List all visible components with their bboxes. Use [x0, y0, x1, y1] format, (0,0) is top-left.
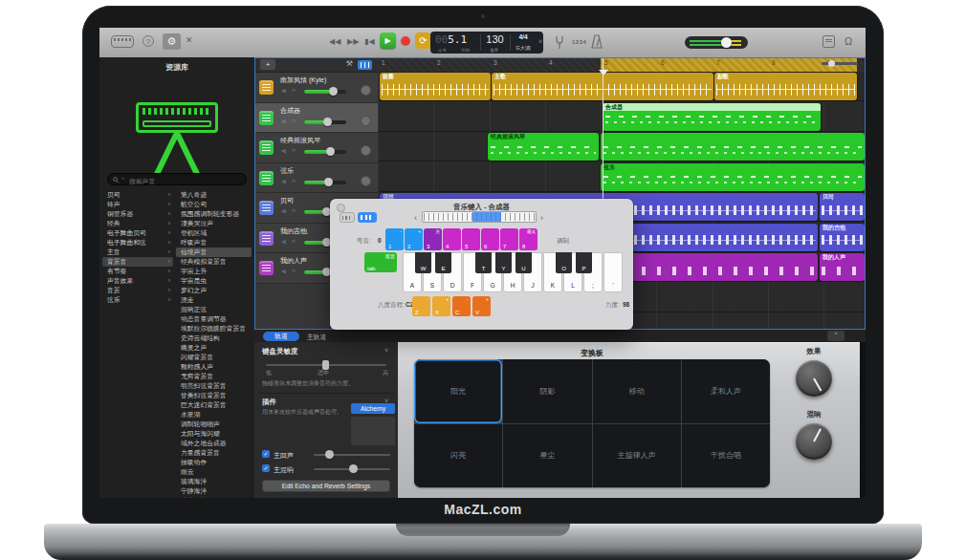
library-sound[interactable]: 混响正弦: [176, 305, 252, 314]
record-enable-button[interactable]: [361, 145, 371, 156]
library-sound[interactable]: 埃默拉尔德膜腔背景音: [176, 324, 252, 334]
library-sound[interactable]: 仙境声音: [176, 248, 252, 257]
transform-pad-cell[interactable]: 柔和人声: [682, 359, 770, 423]
track-volume-slider[interactable]: [304, 120, 346, 124]
mute-icon[interactable]: ⊲: [281, 207, 286, 214]
scissors-icon[interactable]: ✕: [186, 36, 193, 45]
loop-browser-icon[interactable]: Ω: [844, 35, 852, 48]
transform-pad-cell[interactable]: 移动: [593, 359, 681, 423]
mini-keyboard-strip[interactable]: [422, 211, 537, 223]
echo-checkbox[interactable]: ✓: [262, 450, 270, 458]
library-category[interactable]: 主音›: [102, 248, 173, 257]
region[interactable]: 弦乐: [601, 163, 865, 191]
black-key[interactable]: U: [515, 252, 532, 273]
library-sound[interactable]: 史诗云端结构: [176, 334, 252, 343]
plugin-alchemy-button[interactable]: Alchemy: [351, 403, 395, 414]
library-sound[interactable]: 凄美哭泣声: [176, 219, 252, 228]
library-sound[interactable]: 宇宙上升: [176, 267, 252, 276]
keyboard-window-icon[interactable]: [111, 35, 134, 48]
mute-icon[interactable]: ⊲: [281, 147, 286, 154]
library-sound[interactable]: 明亮扫弦背景音: [176, 381, 252, 391]
region[interactable]: 合成器: [603, 103, 821, 131]
octave-left-icon[interactable]: ‹: [414, 213, 417, 223]
library-sound[interactable]: 动态音量调节器: [176, 314, 252, 324]
library-sound[interactable]: 闪耀背景音: [176, 353, 252, 362]
add-track-button[interactable]: +: [260, 59, 275, 70]
track-volume-slider[interactable]: [304, 150, 346, 154]
mod-key[interactable]: - 1: [385, 228, 404, 250]
library-sound[interactable]: 宇宙昆虫: [176, 276, 252, 286]
tab-track[interactable]: 轨道: [263, 332, 299, 341]
search-input[interactable]: ˅ 搜索声音: [107, 173, 247, 185]
cycle-region[interactable]: [601, 57, 857, 72]
mute-icon[interactable]: ⊲: [281, 238, 286, 245]
library-sound[interactable]: 巨大迷幻背景音: [176, 400, 252, 410]
library-sound[interactable]: 漂走: [176, 295, 252, 305]
library-sound[interactable]: 第八奇迹: [176, 190, 252, 200]
region[interactable]: 我的吉他: [820, 224, 865, 251]
region[interactable]: 前奏: [380, 73, 491, 100]
knob-unit[interactable]: 效果: [785, 347, 843, 397]
track-volume-slider[interactable]: [304, 181, 346, 184]
knob-dial[interactable]: [796, 423, 832, 460]
mod-key[interactable]: 7: [500, 228, 518, 250]
library-sound[interactable]: 移位面板: [176, 496, 252, 498]
edit-echo-reverb-button[interactable]: Edit Echo and Reverb Settings: [262, 480, 390, 492]
transform-pad-cell[interactable]: 星尘: [503, 424, 591, 488]
sensitivity-thumb[interactable]: [322, 360, 329, 370]
record-enable-button[interactable]: [361, 85, 371, 96]
mod-key[interactable]: + 2: [405, 228, 423, 250]
lcd-display[interactable]: 005.1 小节 节拍 130 速度 4/4 G大调 ˅: [430, 32, 543, 54]
black-key[interactable]: O: [556, 252, 572, 273]
volume-knob[interactable]: [326, 147, 335, 156]
plugin-slot[interactable]: [351, 417, 395, 445]
zoom-knob[interactable]: [828, 60, 835, 67]
library-category[interactable]: 经典›: [102, 219, 173, 228]
region[interactable]: 经典摇滚风琴: [488, 133, 599, 161]
forward-button[interactable]: ▶▶: [347, 37, 359, 46]
mod-key[interactable]: 6: [481, 228, 499, 250]
library-category[interactable]: 声音效果›: [102, 276, 173, 286]
track-row[interactable]: 弦乐 ⊲ ∩: [254, 163, 378, 194]
mute-icon[interactable]: ⊲: [281, 87, 286, 94]
notepad-icon[interactable]: [822, 35, 835, 48]
tab-master[interactable]: 主轨道: [307, 333, 326, 342]
library-category[interactable]: 背景音›: [102, 257, 173, 267]
library-sound[interactable]: 域外之地合成器: [176, 439, 252, 448]
library-sound[interactable]: 呼吸声音: [176, 238, 252, 248]
headphones-icon[interactable]: ∩: [292, 87, 296, 93]
track-row[interactable]: 经典摇滚风琴 ⊲ ∩: [254, 133, 378, 163]
transform-pad-cell[interactable]: 阳光: [414, 359, 502, 423]
library-sound[interactable]: 梦幻之声: [176, 286, 252, 295]
library-category[interactable]: 电子舞曲贝司›: [102, 228, 173, 238]
count-in-icon[interactable]: 1234: [572, 38, 586, 47]
library-category[interactable]: 铃声›: [102, 200, 173, 209]
region[interactable]: 贝司: [820, 193, 865, 221]
octave-key[interactable]: - Z: [412, 296, 430, 316]
octave-right-icon[interactable]: ›: [540, 213, 543, 223]
library-sound[interactable]: 经典模拟背景音: [176, 257, 252, 267]
zoom-slider[interactable]: [822, 62, 858, 65]
headphones-icon[interactable]: ∩: [292, 238, 296, 244]
octave-key[interactable]: - C: [452, 296, 471, 316]
volume-knob[interactable]: [324, 178, 333, 186]
mute-icon[interactable]: ⊲: [281, 178, 286, 184]
library-sound[interactable]: 雨云: [176, 467, 252, 477]
go-to-beginning-button[interactable]: ▮◀: [364, 37, 375, 46]
rewind-button[interactable]: ◀◀: [329, 37, 340, 46]
mod-key[interactable]: 5: [462, 228, 480, 250]
library-category[interactable]: 贝司›: [102, 190, 173, 200]
mini-keyboard-selection[interactable]: [472, 212, 501, 222]
library-sound[interactable]: 登机区域: [176, 228, 252, 238]
tuner-icon[interactable]: [555, 35, 564, 50]
library-sound[interactable]: 玻璃海洋: [176, 477, 252, 486]
record-enable-button[interactable]: [361, 116, 371, 126]
knob-dial[interactable]: [796, 360, 832, 397]
library-sound[interactable]: 抽吸动作: [176, 458, 252, 467]
headphones-icon[interactable]: ∩: [292, 268, 296, 273]
cycle-button[interactable]: ⟳: [415, 32, 431, 49]
reverb-checkbox[interactable]: ✓: [262, 464, 270, 472]
mod-key[interactable]: 最大 8: [519, 228, 537, 250]
volume-knob[interactable]: [329, 87, 338, 96]
play-button[interactable]: ▶: [380, 32, 396, 49]
